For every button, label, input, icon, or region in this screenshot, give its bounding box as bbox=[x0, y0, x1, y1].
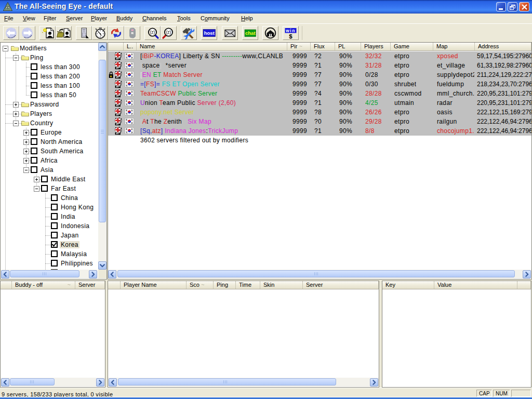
svg-text:host: host bbox=[204, 30, 215, 36]
svg-text:$: $ bbox=[289, 33, 292, 39]
svg-text:chat: chat bbox=[245, 30, 256, 36]
svg-text:(z): (z) bbox=[150, 30, 155, 35]
svg-text:(z): (z) bbox=[166, 30, 171, 35]
svg-text:win: win bbox=[285, 28, 296, 33]
